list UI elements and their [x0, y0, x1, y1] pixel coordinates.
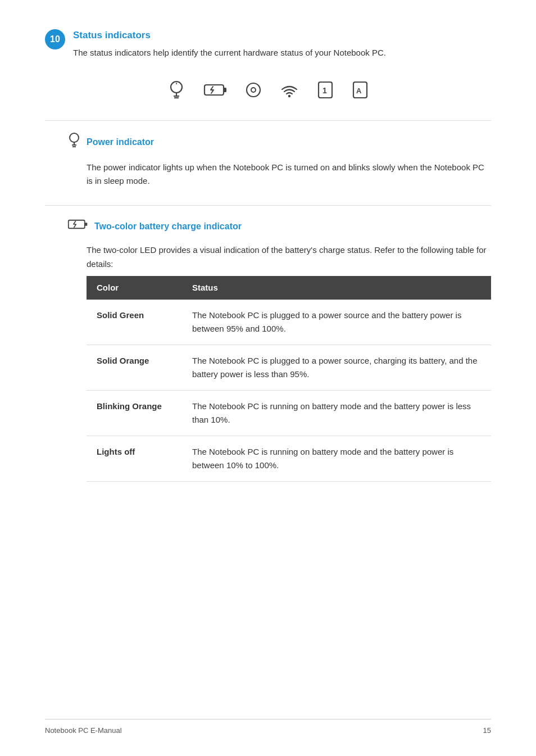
page-footer: Notebook PC E-Manual 15 [45, 719, 491, 736]
battery-indicator-intro: The two-color LED provides a visual indi… [87, 243, 491, 271]
table-row: Lights off The Notebook PC is running on… [87, 436, 491, 482]
svg-text:1: 1 [322, 86, 327, 95]
section-header-text: Status indicators The status indicators … [73, 28, 386, 60]
section-header: 10 Status indicators The status indicato… [45, 28, 491, 60]
svg-point-7 [247, 83, 260, 97]
wireless-icon [280, 82, 299, 98]
power-bulb-icon [167, 80, 185, 100]
divider-2 [45, 205, 491, 206]
page: 10 Status indicators The status indicato… [0, 0, 536, 756]
power-indicator-title-row: Power indicator [67, 132, 491, 153]
svg-rect-18 [69, 220, 85, 228]
table-col-status: Status [182, 276, 491, 300]
table-cell-color-3: Lights off [87, 436, 182, 482]
svg-point-9 [288, 94, 290, 97]
numlock-icon: 1 [317, 80, 334, 99]
table-cell-color-0: Solid Green [87, 300, 182, 345]
power-indicator-icon [67, 132, 81, 153]
battery-indicator-section: Two-color battery charge indicator The t… [67, 217, 491, 482]
power-indicator-section: Power indicator The power indicator ligh… [67, 132, 491, 189]
svg-rect-19 [85, 223, 88, 225]
icons-row: 1 A [45, 80, 491, 100]
hdd-icon [245, 82, 262, 98]
table-cell-status-3: The Notebook PC is running on battery mo… [182, 436, 491, 482]
svg-rect-6 [224, 88, 226, 92]
table-cell-status-0: The Notebook PC is plugged to a power so… [182, 300, 491, 345]
table-cell-color-1: Solid Orange [87, 345, 182, 391]
table-header-row: Color Status [87, 276, 491, 300]
table-col-color: Color [87, 276, 182, 300]
battery-charge-icon [203, 82, 227, 98]
footer-left-text: Notebook PC E-Manual [45, 725, 122, 736]
table-cell-status-2: The Notebook PC is running on battery mo… [182, 391, 491, 436]
capslock-icon: A [352, 80, 369, 99]
battery-indicator-title: Two-color battery charge indicator [94, 220, 242, 233]
power-indicator-body: The power indicator lights up when the N… [87, 161, 491, 189]
table-row: Blinking Orange The Notebook PC is runni… [87, 391, 491, 436]
section-number-badge: 10 [45, 29, 65, 49]
table-row: Solid Green The Notebook PC is plugged t… [87, 300, 491, 345]
table-cell-status-1: The Notebook PC is plugged to a power so… [182, 345, 491, 391]
power-indicator-title: Power indicator [87, 135, 154, 149]
footer-right-text: 15 [483, 725, 491, 736]
section-description: The status indicators help identify the … [73, 46, 386, 60]
battery-indicator-title-row: Two-color battery charge indicator [67, 217, 491, 236]
svg-point-14 [70, 133, 79, 142]
divider-1 [45, 120, 491, 121]
battery-indicator-icon [67, 217, 89, 236]
section-title: Status indicators [73, 28, 386, 43]
svg-text:A: A [356, 87, 362, 95]
svg-point-8 [251, 88, 256, 92]
table-row: Solid Orange The Notebook PC is plugged … [87, 345, 491, 391]
table-cell-color-2: Blinking Orange [87, 391, 182, 436]
battery-table: Color Status Solid Green The Notebook PC… [87, 276, 491, 482]
